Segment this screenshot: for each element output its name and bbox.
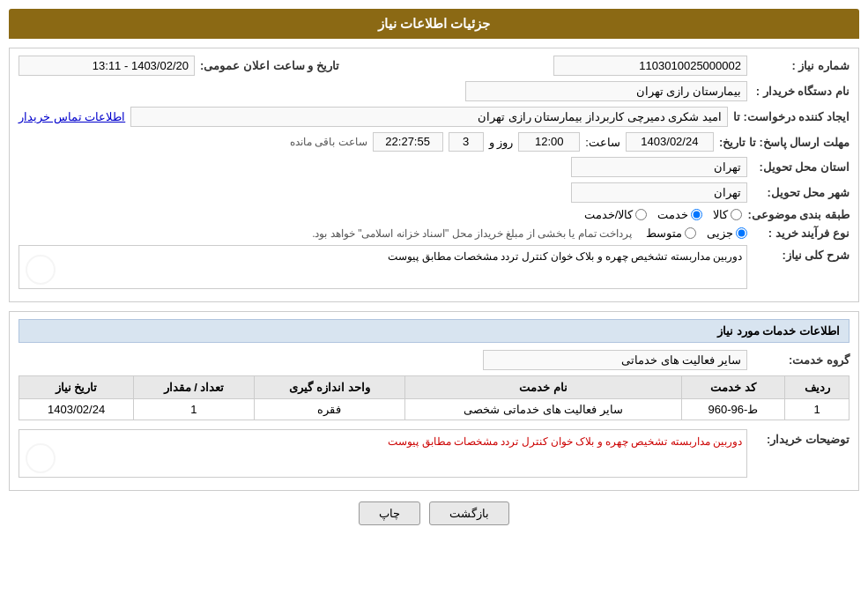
radio-kala: کالا [713,208,742,221]
grohKhadamat-value: سایر فعالیت های خدماتی [483,350,747,370]
th-radif: ردیف [785,376,849,399]
ijadKonande-value: امید شکری دمیرچی کاربرداز بیمارستان رازی… [130,107,728,127]
radio-khadamat: خدمت [657,208,702,221]
cell-tarikh: 1403/02/24 [19,399,134,420]
mohlat-roz: 3 [449,132,484,152]
radio-kala-label: کالا [713,208,728,221]
khadamat-table: ردیف کد خدمت نام خدمت واحد اندازه گیری ت… [19,375,849,420]
cell-radif: 1 [785,399,849,420]
sharhKolliNiaz-value: دوربین مداربسته تشخیص چهره و بلاک خوان ک… [19,245,747,289]
shahr-label: شهر محل تحویل: [753,186,849,199]
contactInfo-link[interactable]: اطلاعات تماس خریدار [19,110,125,123]
cell-kodKhadamat: ط-96-960 [681,399,784,420]
radio-khadamat-input[interactable] [691,209,702,220]
mohlat-saat-label: ساعت: [585,136,620,149]
toszihat-value: دوربین مداربسته تشخیص چهره و بلاک خوان ک… [19,429,747,478]
grohKhadamat-label: گروه خدمت: [753,353,849,367]
tarikhAelan-value: 1403/02/20 - 13:11 [19,56,195,76]
button-row: بازگشت چاپ [9,501,859,525]
mohlat-baghimande-label: ساعت باقی مانده [290,136,367,148]
noveFarayand-note: پرداخت تمام یا بخشی از مبلغ خریداز محل "… [312,227,632,240]
radio-kala-khadamat-label: کالا/خدمت [584,208,634,221]
radio-kala-input[interactable] [731,209,742,220]
shomareNiaz-label: شماره نیاز : [753,59,849,72]
noveFarayand-radio-group: جزیی متوسط [646,227,747,240]
th-tarikh: تاریخ نیاز [19,376,134,399]
table-row: 1ط-96-960سایر فعالیت های خدماتی شخصیفقره… [19,399,849,420]
shahr-value: تهران [571,182,747,203]
back-button[interactable]: بازگشت [429,501,509,525]
radio-jazei-label: جزیی [707,227,733,240]
radio-jazei-input[interactable] [736,227,747,239]
th-tedad: تعداد / مقدار [134,376,254,399]
radio-khadamat-label: خدمت [657,208,688,221]
shomareNiaz-value: 1103010025000002 [553,56,747,76]
namDastgah-value: بیمارستان رازی تهران [465,81,747,101]
mohlat-label: مهلت ارسال پاسخ: تا تاریخ: [719,136,849,149]
mohlat-date: 1403/02/24 [626,132,714,152]
ijadKonande-label: ایجاد کننده درخواست: تا [733,110,849,123]
cell-vahed: فقره [254,399,405,420]
page-header: جزئیات اطلاعات نیاز [9,9,859,39]
toszihat-red-text: دوربین مداربسته تشخیص چهره و بلاک خوان ک… [388,435,742,448]
page-title: جزئیات اطلاعات نیاز [378,16,490,31]
khadamat-section-title: اطلاعات خدمات مورد نیاز [19,319,849,343]
mohlat-baghimande-time: 22:27:55 [373,132,443,152]
toszihat-label: توضیحات خریدار: [753,429,849,446]
noveFarayand-label: نوع فرآیند خرید : [753,227,849,240]
radio-motevaset-input[interactable] [685,227,696,239]
radio-jazei: جزیی [707,227,747,240]
radio-motevaset: متوسط [646,227,696,240]
th-kodKhadamat: کد خدمت [681,376,784,399]
namDastgah-label: نام دستگاه خریدار : [753,85,849,98]
ostan-value: تهران [571,157,747,177]
ostan-label: استان محل تحویل: [753,160,849,174]
cell-tedad: 1 [134,399,254,420]
tarikhAelan-label: تاریخ و ساعت اعلان عمومی: [200,59,339,72]
th-vahed: واحد اندازه گیری [254,376,405,399]
radio-kala-khadamat: کالا/خدمت [584,208,648,221]
radio-kala-khadamat-input[interactable] [635,209,647,220]
mohlat-saat: 12:00 [518,132,580,152]
th-namKhadamat: نام خدمت [405,376,681,399]
print-button[interactable]: چاپ [359,501,420,525]
sharhKolliNiaz-label: شرح کلی نیاز: [753,245,849,262]
cell-namKhadamat: سایر فعالیت های خدماتی شخصی [405,399,681,420]
radio-motevaset-label: متوسط [646,227,682,240]
tabaqeh-label: طبقه بندی موضوعی: [747,208,849,221]
tabaqeh-radio-group: کالا خدمت کالا/خدمت [584,208,743,221]
mohlat-roz-label: روز و [489,136,514,149]
